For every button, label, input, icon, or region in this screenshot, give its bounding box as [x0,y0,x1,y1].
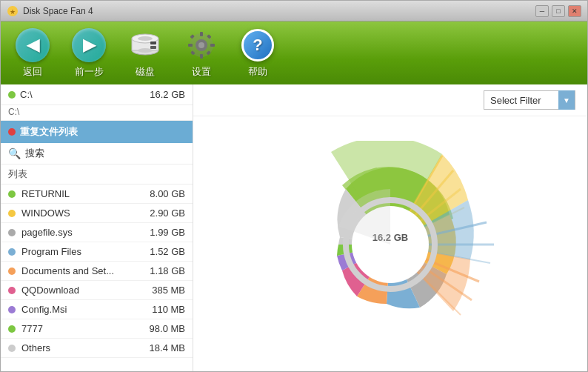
next-icon: ▶ [72,28,106,62]
item-name-7777: 7777 [21,323,43,334]
title-bar-left: ★ Disk Space Fan 4 [7,5,93,17]
help-button[interactable]: ? 帮助 [241,28,275,79]
list-item[interactable]: WINDOWS 2.90 GB [1,204,193,223]
search-icon: 🔍 [8,147,21,159]
svg-point-11 [198,42,204,48]
list-item[interactable]: Config.Msi 110 MB [1,300,193,319]
item-size-7777: 98.0 MB [150,323,185,334]
main-content: C:\ 16.2 GB C:\ 重复文件列表 🔍 搜索 列表 RETURNIL [1,84,587,372]
disk-chart: 16.2 GB [272,141,509,348]
item-name-others: Others [21,342,50,353]
item-name-documents: Documents and Set... [21,265,114,276]
item-dot-configmsi [8,306,16,313]
chart-area: 16.2 GB [193,116,587,372]
item-size-documents: 1.18 GB [150,265,185,276]
search-item[interactable]: 🔍 搜索 [1,143,193,165]
svg-point-6 [138,48,153,53]
chart-svg: 16.2 GB [272,141,509,348]
drive-header: C:\ 16.2 GB [1,84,193,105]
drive-path: C:\ [1,105,193,121]
chevron-down-icon: ▼ [563,96,570,104]
selected-dot [8,128,16,136]
back-button[interactable]: ◀ 返回 [16,28,50,79]
help-icon: ? [241,28,275,62]
filter-select-arrow: ▼ [558,90,575,110]
list-item[interactable]: Documents and Set... 1.18 GB [1,262,193,281]
item-name-pagefile: pagefile.sys [21,227,73,238]
maximize-button[interactable]: □ [552,5,565,17]
item-size-pagefile: 1.99 GB [150,227,185,238]
item-dot-documents [8,268,16,275]
disk-button[interactable]: 磁盘 [128,28,162,79]
filter-bar: Select Filter ▼ [193,84,587,116]
title-bar: ★ Disk Space Fan 4 ─ □ ✕ [1,1,587,21]
right-panel: Select Filter ▼ [193,84,587,372]
disk-icon [128,28,162,62]
svg-rect-12 [200,32,203,36]
svg-rect-13 [200,54,203,59]
title-bar-controls: ─ □ ✕ [535,5,581,17]
item-size-others: 18.4 MB [150,342,185,353]
item-name-returnil: RETURNIL [21,188,70,199]
svg-rect-14 [188,44,193,47]
list-item[interactable]: RETURNIL 8.00 GB [1,185,193,204]
item-name-qqdownload: QQDownload [21,285,79,296]
list-item: Others 18.4 MB [1,339,193,358]
list-item[interactable]: QQDownload 385 MB [1,281,193,300]
settings-icon [184,28,218,62]
item-size-programfiles: 1.52 GB [150,246,185,257]
item-dot-programfiles [8,248,16,256]
selected-item-label: 重复文件列表 [20,125,78,139]
drive-size: 16.2 GB [150,89,185,100]
list-section-header: 列表 [1,165,193,185]
next-button[interactable]: ▶ 前一步 [72,28,106,79]
item-dot-windows [8,210,16,217]
minimize-button[interactable]: ─ [535,5,549,17]
settings-button[interactable]: 设置 [184,28,218,79]
svg-rect-8 [150,46,156,49]
svg-text:★: ★ [10,8,16,16]
search-label: 搜索 [25,147,44,160]
svg-rect-7 [150,41,156,44]
item-dot-7777 [8,325,16,333]
list-item[interactable]: Program Files 1.52 GB [1,242,193,262]
list-item[interactable]: 7777 98.0 MB [1,319,193,339]
list-item[interactable]: pagefile.sys 1.99 GB [1,223,193,242]
drive-status-dot [8,91,16,99]
item-size-windows: 2.90 GB [150,207,185,219]
close-button[interactable]: ✕ [568,5,581,17]
window-title: Disk Space Fan 4 [23,6,93,16]
left-panel: C:\ 16.2 GB C:\ 重复文件列表 🔍 搜索 列表 RETURNIL [1,84,193,372]
app-icon: ★ [7,5,19,17]
item-name-windows: WINDOWS [21,207,70,219]
filter-select-label: Select Filter [484,95,558,106]
item-size-configmsi: 110 MB [152,304,185,315]
filter-select[interactable]: Select Filter ▼ [484,90,575,110]
item-size-returnil: 8.00 GB [150,188,185,199]
item-dot-pagefile [8,229,16,236]
svg-point-5 [138,36,153,41]
item-name-programfiles: Program Files [21,246,81,257]
item-name-configmsi: Config.Msi [21,304,67,315]
item-dot-returnil [8,190,16,198]
back-icon: ◀ [16,28,50,62]
toolbar: ◀ 返回 ▶ 前一步 磁盘 [1,21,587,84]
item-dot-qqdownload [8,287,16,294]
item-size-qqdownload: 385 MB [152,285,185,296]
selected-item[interactable]: 重复文件列表 [1,121,193,143]
drive-name: C:\ [20,89,33,100]
item-dot-others [8,345,16,352]
drive-label: C:\ [8,89,33,100]
svg-rect-15 [210,44,215,47]
